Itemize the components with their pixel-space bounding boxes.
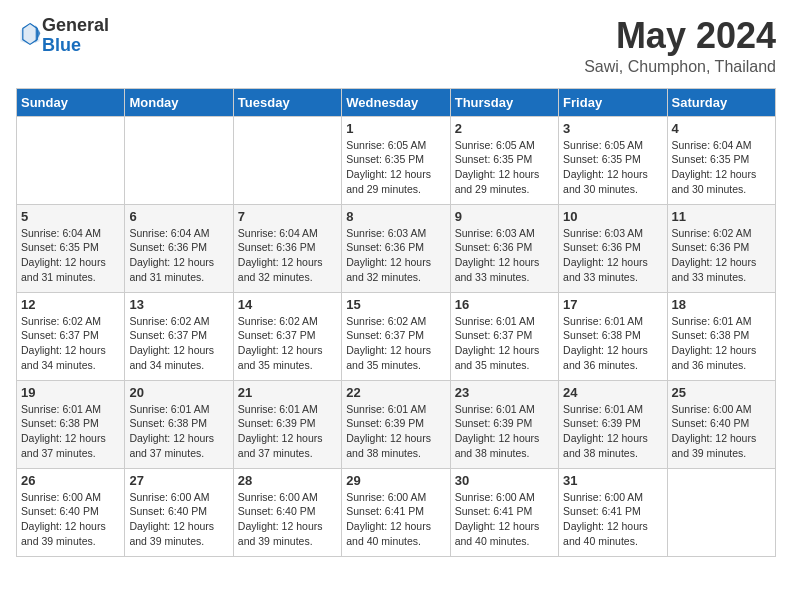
day-info: Sunrise: 6:04 AM Sunset: 6:36 PM Dayligh… [129, 226, 228, 285]
month-year: May 2024 [584, 16, 776, 56]
week-row-2: 5Sunrise: 6:04 AM Sunset: 6:35 PM Daylig… [17, 204, 776, 292]
day-number: 30 [455, 473, 554, 488]
calendar-cell: 7Sunrise: 6:04 AM Sunset: 6:36 PM Daylig… [233, 204, 341, 292]
day-number: 26 [21, 473, 120, 488]
calendar-cell: 14Sunrise: 6:02 AM Sunset: 6:37 PM Dayli… [233, 292, 341, 380]
calendar-cell: 3Sunrise: 6:05 AM Sunset: 6:35 PM Daylig… [559, 116, 667, 204]
weekday-header-thursday: Thursday [450, 88, 558, 116]
day-number: 25 [672, 385, 771, 400]
weekday-header-sunday: Sunday [17, 88, 125, 116]
day-info: Sunrise: 6:05 AM Sunset: 6:35 PM Dayligh… [346, 138, 445, 197]
weekday-header-saturday: Saturday [667, 88, 775, 116]
logo: General Blue [16, 16, 109, 56]
calendar-cell: 26Sunrise: 6:00 AM Sunset: 6:40 PM Dayli… [17, 468, 125, 556]
logo-icon [18, 22, 42, 46]
day-info: Sunrise: 6:00 AM Sunset: 6:40 PM Dayligh… [238, 490, 337, 549]
week-row-1: 1Sunrise: 6:05 AM Sunset: 6:35 PM Daylig… [17, 116, 776, 204]
title-area: May 2024 Sawi, Chumphon, Thailand [584, 16, 776, 76]
calendar-cell: 10Sunrise: 6:03 AM Sunset: 6:36 PM Dayli… [559, 204, 667, 292]
day-number: 8 [346, 209, 445, 224]
week-row-4: 19Sunrise: 6:01 AM Sunset: 6:38 PM Dayli… [17, 380, 776, 468]
day-info: Sunrise: 6:00 AM Sunset: 6:40 PM Dayligh… [21, 490, 120, 549]
week-row-5: 26Sunrise: 6:00 AM Sunset: 6:40 PM Dayli… [17, 468, 776, 556]
day-number: 3 [563, 121, 662, 136]
calendar-cell: 24Sunrise: 6:01 AM Sunset: 6:39 PM Dayli… [559, 380, 667, 468]
day-number: 14 [238, 297, 337, 312]
calendar-cell: 21Sunrise: 6:01 AM Sunset: 6:39 PM Dayli… [233, 380, 341, 468]
day-info: Sunrise: 6:01 AM Sunset: 6:38 PM Dayligh… [21, 402, 120, 461]
day-info: Sunrise: 6:00 AM Sunset: 6:41 PM Dayligh… [563, 490, 662, 549]
day-info: Sunrise: 6:01 AM Sunset: 6:38 PM Dayligh… [672, 314, 771, 373]
day-info: Sunrise: 6:02 AM Sunset: 6:37 PM Dayligh… [21, 314, 120, 373]
day-info: Sunrise: 6:02 AM Sunset: 6:37 PM Dayligh… [238, 314, 337, 373]
day-number: 16 [455, 297, 554, 312]
day-number: 31 [563, 473, 662, 488]
day-number: 12 [21, 297, 120, 312]
day-number: 10 [563, 209, 662, 224]
day-info: Sunrise: 6:01 AM Sunset: 6:39 PM Dayligh… [455, 402, 554, 461]
week-row-3: 12Sunrise: 6:02 AM Sunset: 6:37 PM Dayli… [17, 292, 776, 380]
day-number: 24 [563, 385, 662, 400]
calendar-cell: 13Sunrise: 6:02 AM Sunset: 6:37 PM Dayli… [125, 292, 233, 380]
day-info: Sunrise: 6:02 AM Sunset: 6:36 PM Dayligh… [672, 226, 771, 285]
day-number: 19 [21, 385, 120, 400]
calendar-cell: 11Sunrise: 6:02 AM Sunset: 6:36 PM Dayli… [667, 204, 775, 292]
day-info: Sunrise: 6:02 AM Sunset: 6:37 PM Dayligh… [129, 314, 228, 373]
calendar-cell: 31Sunrise: 6:00 AM Sunset: 6:41 PM Dayli… [559, 468, 667, 556]
day-info: Sunrise: 6:03 AM Sunset: 6:36 PM Dayligh… [455, 226, 554, 285]
calendar: SundayMondayTuesdayWednesdayThursdayFrid… [16, 88, 776, 557]
day-info: Sunrise: 6:00 AM Sunset: 6:41 PM Dayligh… [455, 490, 554, 549]
day-info: Sunrise: 6:03 AM Sunset: 6:36 PM Dayligh… [563, 226, 662, 285]
calendar-cell: 4Sunrise: 6:04 AM Sunset: 6:35 PM Daylig… [667, 116, 775, 204]
day-info: Sunrise: 6:03 AM Sunset: 6:36 PM Dayligh… [346, 226, 445, 285]
day-number: 6 [129, 209, 228, 224]
day-info: Sunrise: 6:01 AM Sunset: 6:37 PM Dayligh… [455, 314, 554, 373]
calendar-cell [233, 116, 341, 204]
day-info: Sunrise: 6:00 AM Sunset: 6:41 PM Dayligh… [346, 490, 445, 549]
calendar-cell: 30Sunrise: 6:00 AM Sunset: 6:41 PM Dayli… [450, 468, 558, 556]
calendar-cell: 22Sunrise: 6:01 AM Sunset: 6:39 PM Dayli… [342, 380, 450, 468]
day-info: Sunrise: 6:00 AM Sunset: 6:40 PM Dayligh… [672, 402, 771, 461]
weekday-header-tuesday: Tuesday [233, 88, 341, 116]
weekday-header-monday: Monday [125, 88, 233, 116]
day-number: 17 [563, 297, 662, 312]
calendar-cell [667, 468, 775, 556]
calendar-cell: 12Sunrise: 6:02 AM Sunset: 6:37 PM Dayli… [17, 292, 125, 380]
calendar-cell: 19Sunrise: 6:01 AM Sunset: 6:38 PM Dayli… [17, 380, 125, 468]
calendar-cell: 18Sunrise: 6:01 AM Sunset: 6:38 PM Dayli… [667, 292, 775, 380]
day-info: Sunrise: 6:05 AM Sunset: 6:35 PM Dayligh… [563, 138, 662, 197]
day-number: 21 [238, 385, 337, 400]
weekday-header-wednesday: Wednesday [342, 88, 450, 116]
day-number: 22 [346, 385, 445, 400]
day-number: 15 [346, 297, 445, 312]
calendar-cell: 25Sunrise: 6:00 AM Sunset: 6:40 PM Dayli… [667, 380, 775, 468]
logo-general: General [42, 15, 109, 35]
calendar-cell: 17Sunrise: 6:01 AM Sunset: 6:38 PM Dayli… [559, 292, 667, 380]
weekday-header-row: SundayMondayTuesdayWednesdayThursdayFrid… [17, 88, 776, 116]
day-info: Sunrise: 6:04 AM Sunset: 6:35 PM Dayligh… [21, 226, 120, 285]
calendar-cell: 8Sunrise: 6:03 AM Sunset: 6:36 PM Daylig… [342, 204, 450, 292]
calendar-cell: 2Sunrise: 6:05 AM Sunset: 6:35 PM Daylig… [450, 116, 558, 204]
calendar-cell: 5Sunrise: 6:04 AM Sunset: 6:35 PM Daylig… [17, 204, 125, 292]
calendar-cell: 16Sunrise: 6:01 AM Sunset: 6:37 PM Dayli… [450, 292, 558, 380]
calendar-cell: 6Sunrise: 6:04 AM Sunset: 6:36 PM Daylig… [125, 204, 233, 292]
day-info: Sunrise: 6:01 AM Sunset: 6:38 PM Dayligh… [563, 314, 662, 373]
day-number: 20 [129, 385, 228, 400]
day-number: 29 [346, 473, 445, 488]
day-number: 9 [455, 209, 554, 224]
calendar-cell: 1Sunrise: 6:05 AM Sunset: 6:35 PM Daylig… [342, 116, 450, 204]
day-info: Sunrise: 6:00 AM Sunset: 6:40 PM Dayligh… [129, 490, 228, 549]
day-number: 4 [672, 121, 771, 136]
calendar-cell: 9Sunrise: 6:03 AM Sunset: 6:36 PM Daylig… [450, 204, 558, 292]
calendar-cell: 15Sunrise: 6:02 AM Sunset: 6:37 PM Dayli… [342, 292, 450, 380]
day-info: Sunrise: 6:01 AM Sunset: 6:39 PM Dayligh… [238, 402, 337, 461]
day-number: 7 [238, 209, 337, 224]
day-info: Sunrise: 6:05 AM Sunset: 6:35 PM Dayligh… [455, 138, 554, 197]
day-number: 18 [672, 297, 771, 312]
day-info: Sunrise: 6:04 AM Sunset: 6:36 PM Dayligh… [238, 226, 337, 285]
day-info: Sunrise: 6:04 AM Sunset: 6:35 PM Dayligh… [672, 138, 771, 197]
day-info: Sunrise: 6:01 AM Sunset: 6:39 PM Dayligh… [563, 402, 662, 461]
calendar-cell: 23Sunrise: 6:01 AM Sunset: 6:39 PM Dayli… [450, 380, 558, 468]
calendar-cell [125, 116, 233, 204]
calendar-cell: 28Sunrise: 6:00 AM Sunset: 6:40 PM Dayli… [233, 468, 341, 556]
